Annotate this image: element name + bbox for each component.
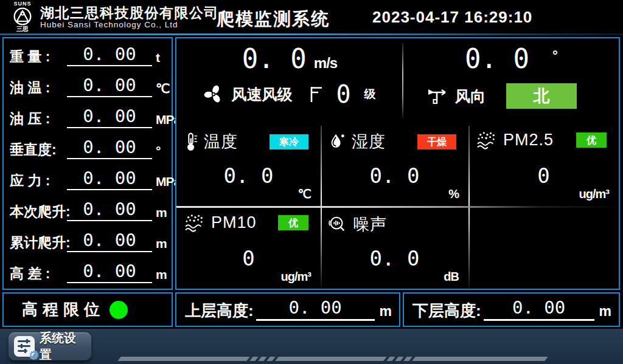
cell-humidity-label: 湿度 <box>352 131 386 153</box>
noise-unit: dB <box>444 270 459 284</box>
climbing-formwork-monitor-screen: SUNS 三思 湖北三思科技股份有限公司 Hubei Sansi Technol… <box>0 0 623 364</box>
metric-label: 垂直度: <box>10 143 57 157</box>
wind-speed-unit: m/s <box>314 55 337 72</box>
metric-row-height-diff: 高 差 : 0. 00 m <box>4 256 172 287</box>
elevation-limit-label: 高程限位 <box>22 299 105 320</box>
metric-label: 累计爬升: <box>10 236 71 250</box>
upper-height-value: 0. 00 <box>256 299 375 321</box>
particles-icon <box>184 214 206 232</box>
noise-meter-icon <box>328 215 347 234</box>
cell-temperature-label: 温度 <box>204 131 238 153</box>
upper-height-label: 上层高度: <box>185 303 254 321</box>
environment-panel: 0. 0 m/s 风速风级 <box>175 37 620 290</box>
lower-height-value: 0. 00 <box>484 299 594 321</box>
pm10-value: 0 <box>176 246 321 270</box>
thermometer-icon <box>184 132 198 151</box>
settings-sliders-icon: ⚙ <box>14 336 35 357</box>
metric-value: 0. 00 <box>67 139 152 159</box>
page-title: 爬模监测系统 <box>217 7 330 32</box>
noise-value: 0. 0 <box>321 246 468 270</box>
metric-unit: ° <box>156 144 160 157</box>
company-logo: SUNS 三思 <box>7 1 38 32</box>
wind-direction-unit: ° <box>552 48 558 64</box>
metric-value: 0. 00 <box>67 201 152 221</box>
metric-value: 0. 00 <box>67 108 152 128</box>
metric-row-oil-pressure: 油 压 : 0. 00 MPa <box>4 101 172 132</box>
metric-label: 油 温 : <box>10 81 50 95</box>
metric-unit: ℃ <box>156 82 170 95</box>
metric-row-total-climb: 累计爬升: 0. 00 m <box>4 225 172 256</box>
lower-height-label: 下层高度: <box>412 303 481 321</box>
elevation-limit-panel: 高程限位 <box>2 292 173 327</box>
wind-speed-block: 0. 0 m/s 风速风级 <box>176 38 403 123</box>
pm10-unit: ug/m³ <box>281 270 311 284</box>
particles-icon <box>476 131 498 149</box>
system-settings-button[interactable]: ⚙ 系统设置 <box>9 332 91 360</box>
cell-humidity: 湿度 干燥 0. 0 % <box>321 123 468 206</box>
temperature-value: 0. 0 <box>176 163 321 188</box>
humidity-unit: % <box>448 187 459 201</box>
settings-button-label: 系统设置 <box>40 330 86 363</box>
water-drop-icon <box>328 132 346 151</box>
metric-unit: m <box>156 268 167 281</box>
gear-icon: ⚙ <box>29 348 39 362</box>
wind-vane-icon <box>427 87 448 105</box>
wind-speed-label: 风速风级 <box>231 84 292 105</box>
grid-divider-horizontal <box>176 206 619 208</box>
metric-label: 高 差 : <box>10 267 50 281</box>
metric-value: 0. 00 <box>67 263 152 283</box>
upper-height-unit: m <box>380 304 392 321</box>
decor-stripe <box>119 357 546 361</box>
metrics-panel: 重 量 : 0. 00 t 油 温 : 0. 00 ℃ 油 压 : 0. 00 … <box>2 37 173 290</box>
metric-row-stress: 应 力 : 0. 00 MPa <box>4 163 172 194</box>
humidity-status-badge: 干燥 <box>417 134 456 149</box>
wind-section-divider <box>402 43 403 118</box>
datetime-display: 2023-04-17 16:29:10 <box>372 8 532 27</box>
wind-direction-badge: 北 <box>506 83 577 109</box>
metric-row-current-climb: 本次爬升: 0. 00 m <box>4 194 172 225</box>
wind-section: 0. 0 m/s 风速风级 <box>176 38 619 123</box>
metric-label: 油 压 : <box>10 112 50 126</box>
wind-direction-block: 0. 0 ° 风向 北 <box>404 38 619 123</box>
header: SUNS 三思 湖北三思科技股份有限公司 Hubei Sansi Technol… <box>0 0 623 33</box>
metric-value: 0. 00 <box>67 46 152 66</box>
cell-noise-label: 噪声 <box>353 213 387 235</box>
cell-empty <box>468 206 619 289</box>
wind-level-unit: 级 <box>364 86 376 102</box>
wind-direction-label: 风向 <box>455 86 486 106</box>
wind-speed-value: 0. 0 <box>242 44 307 74</box>
pm25-value: 0 <box>468 163 619 188</box>
logo-cn-text: 三思 <box>7 26 38 32</box>
wind-level-value: 0 <box>336 82 350 106</box>
cell-pm10: PM10 优 0 ug/m³ <box>176 206 321 289</box>
wind-direction-value: 0. 0 <box>465 44 529 74</box>
sansi-logo-icon <box>12 7 33 26</box>
temperature-unit: ℃ <box>298 187 311 201</box>
logo-suns-text: SUNS <box>7 1 38 7</box>
cell-pm25-label: PM2.5 <box>503 131 554 149</box>
metric-label: 本次爬升: <box>10 205 71 219</box>
metric-unit: m <box>156 237 167 250</box>
metric-row-verticality: 垂直度: 0. 00 ° <box>4 132 172 163</box>
metric-label: 应 力 : <box>10 174 50 188</box>
pm10-status-badge: 优 <box>278 215 308 230</box>
fan-icon <box>203 84 224 105</box>
metric-unit: t <box>156 51 159 64</box>
cell-pm10-label: PM10 <box>211 213 257 232</box>
upper-height-panel: 上层高度: 0. 00 m <box>175 292 400 327</box>
metric-value: 0. 00 <box>67 77 152 97</box>
pm25-status-badge: 优 <box>576 132 607 148</box>
metric-value: 0. 00 <box>67 232 152 252</box>
cell-temperature: 温度 寒冷 0. 0 ℃ <box>176 123 321 206</box>
lower-height-panel: 下层高度: 0. 00 m <box>403 292 620 327</box>
elevation-limit-status-indicator <box>110 301 128 319</box>
temperature-status-badge: 寒冷 <box>270 134 308 149</box>
metric-unit: m <box>156 206 167 219</box>
header-accent-line <box>0 33 623 35</box>
metric-label: 重 量 : <box>10 50 50 64</box>
metric-value: 0. 00 <box>67 170 152 190</box>
lower-height-unit: m <box>599 304 611 321</box>
pm25-unit: ug/m³ <box>579 187 609 201</box>
wind-level-icon <box>308 85 324 103</box>
company-name-en: Hubei Sansi Technology Co., Ltd <box>40 20 178 29</box>
